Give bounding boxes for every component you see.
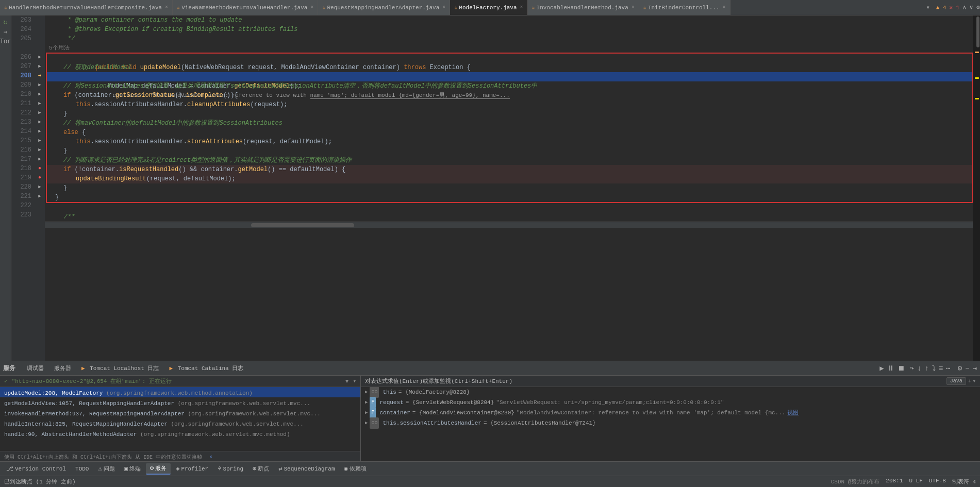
- tab-icon-6: ☕: [643, 5, 646, 11]
- debug-restart-icon[interactable]: ↻: [3, 18, 7, 26]
- collapse-icon[interactable]: ∨: [970, 4, 973, 11]
- status-indent[interactable]: 制表符 4: [952, 478, 976, 485]
- bottom-tab-service[interactable]: ⚙ 服务: [146, 463, 171, 475]
- bottom-tab-sequence[interactable]: ⇄ SequenceDiagram: [274, 463, 339, 475]
- expand-icon[interactable]: ∧: [962, 4, 966, 11]
- stack-frame-0[interactable]: updateModel:208, ModelFactory (org.sprin…: [0, 387, 360, 397]
- var-row-request: ▶ P request = {ServletWebRequest@8204} "…: [361, 397, 980, 408]
- service-tab-debugger-label: 调试器: [27, 365, 44, 372]
- service-tab-debugger[interactable]: 调试器: [22, 361, 49, 376]
- stack-frame-2[interactable]: invokeHandlerMethod:937, RequestMappingH…: [0, 408, 360, 418]
- var-expand-request[interactable]: ▶: [365, 397, 368, 408]
- code-line-220: }: [47, 183, 972, 193]
- var-name-this: this: [383, 387, 396, 397]
- frame-3-label: handleInternal:825, RequestMappingHandle…: [4, 421, 168, 427]
- tab-handler-composite[interactable]: ☕ HandlerMethodReturnValueHandlerComposi…: [0, 0, 173, 15]
- panel-close-icon[interactable]: −: [965, 364, 969, 373]
- var-expand-container[interactable]: ▶: [365, 408, 368, 418]
- code-line-208: ModelMap defaultModel = container.getDef…: [47, 72, 972, 81]
- bottom-tab-sequence-label: SequenceDiagram: [284, 466, 335, 472]
- service-tab-tomcat-catalina[interactable]: ▶ Tomcat Catalina 日志: [164, 361, 248, 376]
- tab-close-3[interactable]: ×: [442, 5, 445, 10]
- var-expand-this[interactable]: ▶: [365, 387, 368, 397]
- debug-run-icon[interactable]: ▶: [879, 364, 884, 373]
- debug-step-into-icon[interactable]: ↓: [917, 364, 921, 373]
- error-count[interactable]: ✕ 1: [949, 4, 959, 11]
- kw-if-218: if: [63, 166, 75, 173]
- ln-210: 210: [11, 90, 31, 99]
- stack-frame-1[interactable]: getModelAndView:1057, RequestMappingHand…: [0, 397, 360, 408]
- tab-invocable-handler[interactable]: ☕ InvocableHandlerMethod.java ×: [528, 0, 639, 15]
- bottom-tab-profiler[interactable]: ◈ Profiler: [172, 463, 212, 475]
- thread-filter-icon[interactable]: ▼: [345, 378, 349, 384]
- hscroll-thumb[interactable]: [251, 223, 354, 227]
- add-watch-icon[interactable]: +: [968, 378, 972, 384]
- debug-pause-icon[interactable]: ⏸: [887, 364, 894, 373]
- frame-0-pkg: (org.springframework.web.method.annotati…: [106, 390, 253, 396]
- tab-label-1: HandlerMethodReturnValueHandlerComposite…: [9, 5, 162, 11]
- code-content: * @param container contains the model to…: [45, 15, 973, 361]
- var-expand-session[interactable]: ▶: [365, 418, 368, 428]
- settings-icon[interactable]: ⚙: [976, 4, 980, 11]
- gutter-218-bp[interactable]: ●: [35, 164, 45, 173]
- warning-count[interactable]: ▲ 4: [936, 5, 946, 11]
- tab-view-name[interactable]: ☕ ViewNameMethodReturnValueHandler.java …: [173, 0, 318, 15]
- bottom-tab-breakpoints-label: 断点: [258, 465, 269, 473]
- panel-settings-icon[interactable]: ⚙: [958, 364, 962, 373]
- hint-close-icon[interactable]: ×: [209, 455, 212, 460]
- bottom-tab-deps[interactable]: ◉ 依赖项: [340, 463, 371, 475]
- bottom-tab-spring[interactable]: ⚘ Spring: [213, 463, 247, 475]
- tab-close-6[interactable]: ×: [723, 5, 726, 10]
- ln-223: 223: [11, 210, 31, 220]
- marker-warning-3: [975, 98, 979, 99]
- tab-close-4[interactable]: ×: [520, 5, 523, 10]
- service-tabs: 调试器 服务器 ▶ Tomcat Localhost 日志 ▶ Tomcat C…: [22, 361, 248, 376]
- ln-205: 205: [11, 34, 31, 43]
- stack-frame-4[interactable]: handle:90, AbstractHandlerMethodAdapter …: [0, 428, 360, 439]
- tomcat-log-icon: ▶: [81, 365, 85, 372]
- debug-step-over-icon[interactable]: ↷: [910, 364, 914, 373]
- bottom-tab-version-control[interactable]: ⎇ Version Control: [2, 463, 70, 475]
- thread-expand-icon[interactable]: ▾: [353, 378, 356, 384]
- panel-expand-right-icon[interactable]: ⇥: [973, 364, 977, 373]
- bottom-tab-terminal[interactable]: ▣ 终端: [120, 463, 145, 475]
- gutter-219-bp[interactable]: ●: [35, 173, 45, 182]
- debug-stop-icon[interactable]: ⏹: [898, 364, 905, 373]
- bottom-tab-breakpoints[interactable]: ⊛ 断点: [248, 463, 273, 475]
- stack-frame-3[interactable]: handleInternal:825, RequestMappingHandle…: [0, 418, 360, 428]
- debug-evaluate-icon[interactable]: ≡: [939, 364, 943, 373]
- code-hscroll[interactable]: [45, 222, 973, 228]
- vscroll-thumb[interactable]: [976, 16, 979, 47]
- var-link-container[interactable]: 视图: [787, 408, 799, 418]
- tab-init-binder[interactable]: ☕ InitBinderControll... ×: [639, 0, 730, 15]
- status-line-col[interactable]: 208:1: [886, 478, 903, 485]
- service-tab-tomcat-localhost[interactable]: ▶ Tomcat Localhost 日志: [76, 361, 164, 376]
- debug-more-icon[interactable]: ⋯: [946, 364, 950, 373]
- tab-model-factory[interactable]: ☕ ModelFactory.java ×: [450, 0, 527, 15]
- tab-close-2[interactable]: ×: [310, 5, 313, 10]
- debug-step-icon[interactable]: ⇒: [4, 28, 7, 36]
- watch-settings-icon[interactable]: ▾: [972, 378, 976, 384]
- tab-close-5[interactable]: ×: [632, 5, 635, 10]
- tab-icon-1: ☕: [4, 5, 7, 11]
- bottom-toolbar: ⎇ Version Control TODO ⚠ 问题 ▣ 终端 ⚙ 服务 ◈ …: [0, 461, 980, 476]
- tab-overflow-btn[interactable]: ▾: [922, 4, 934, 11]
- debug-step-cursor-icon[interactable]: ⤵: [932, 364, 936, 373]
- getsessionstatus: getSessionStatus: [115, 92, 175, 99]
- spring-icon: ⚘: [218, 465, 221, 473]
- storeattributes-method: storeAttributes: [187, 138, 243, 145]
- tab-close-1[interactable]: ×: [165, 5, 168, 10]
- gutter-221: ▶: [35, 192, 45, 201]
- service-tab-server[interactable]: 服务器: [49, 361, 76, 376]
- frame-1-label: getModelAndView:1057, RequestMappingHand…: [4, 400, 174, 407]
- tab-label-6: InitBinderControll...: [648, 5, 720, 11]
- kw-this-211: this: [76, 101, 91, 108]
- status-encoding-u[interactable]: U LF: [909, 478, 922, 485]
- tab-request-mapping[interactable]: ☕ RequestMappingHandlerAdapter.java ×: [318, 0, 450, 15]
- debug-step-out-icon[interactable]: ↑: [924, 364, 928, 373]
- bottom-tab-todo[interactable]: TODO: [71, 463, 93, 475]
- java-dropdown[interactable]: Java: [946, 377, 966, 385]
- status-encoding[interactable]: UTF-8: [929, 478, 946, 485]
- var-eq-this: = {ModelFactory@8228}: [398, 387, 470, 397]
- bottom-tab-issues[interactable]: ⚠ 问题: [94, 463, 119, 475]
